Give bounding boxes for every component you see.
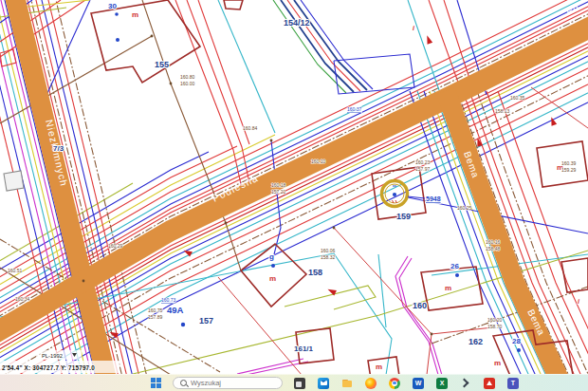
teams-button[interactable]: T — [506, 377, 520, 390]
elevation-label: 160.25 — [457, 205, 472, 211]
file-explorer-icon — [341, 378, 353, 389]
parcel-label: 159 — [396, 212, 411, 221]
search-input[interactable] — [191, 379, 266, 387]
parcel-label: 157 — [199, 316, 213, 326]
elevation-label: 160.34 — [15, 296, 30, 302]
elevation-label: 158.48 — [486, 246, 501, 251]
windows-logo-icon — [151, 378, 161, 388]
building-use-label: m — [445, 284, 451, 292]
map-viewport[interactable]: Niezłomnych Podleśna Bema Bema Po 155 15… — [0, 0, 588, 375]
address-label: 30 — [108, 2, 117, 10]
taskbar-search[interactable] — [173, 377, 283, 389]
parcel-label: 7/3 — [53, 144, 64, 153]
word-icon: W — [413, 378, 424, 389]
acrobat-button[interactable] — [483, 377, 496, 390]
task-view-icon — [294, 378, 305, 389]
building-top-center — [224, 0, 243, 9]
building-use-label: i — [413, 25, 415, 31]
cadastral-map-svg: Niezłomnych Podleśna Bema Bema Po 155 15… — [0, 0, 588, 375]
file-explorer-button[interactable] — [340, 377, 354, 390]
elevation-label: 160.75 — [148, 307, 163, 313]
screen: Niezłomnych Podleśna Bema Bema Po 155 15… — [0, 0, 588, 391]
elevation-label: 157.89 — [148, 314, 163, 320]
address-label: 26 — [450, 262, 459, 270]
parcel-label: 158 — [308, 268, 322, 277]
feature-point — [393, 193, 396, 196]
elevation-label: 160.73 — [161, 297, 176, 303]
word-button[interactable]: W — [412, 377, 425, 390]
elevation-label: 160.37 — [347, 106, 362, 112]
elevation-label: 160.29 — [108, 243, 123, 249]
acrobat-icon — [484, 378, 495, 389]
taskbar: W X T — [0, 374, 588, 391]
building-use-label: m — [376, 363, 382, 371]
elevation-label: 160.80 — [180, 74, 195, 80]
crs-label: PL-1992 — [42, 353, 63, 359]
elevation-label: 158.13 — [495, 108, 510, 114]
elevation-label: 160.39 — [561, 160, 577, 166]
elevation-label: 160.16 — [486, 239, 501, 245]
parcel-label: 161/1 — [294, 344, 314, 353]
parcel-label: 160 — [413, 301, 427, 310]
elevation-label: 160.20 — [487, 317, 503, 323]
coordinate-readout: 2'54.4" X: 304727.7 Y: 715797.0 — [2, 364, 95, 371]
building-gray-shed — [4, 171, 24, 191]
address-label: 28 — [512, 337, 521, 345]
address-label: g — [269, 252, 274, 261]
start-button[interactable] — [149, 377, 162, 390]
building-right-2 — [561, 258, 588, 292]
elevation-label: 160.18 — [271, 182, 286, 188]
firefox-button[interactable] — [364, 377, 377, 390]
building-30 — [91, 0, 200, 83]
address-label: 49A — [167, 305, 184, 315]
arrow-app-icon — [460, 378, 471, 389]
excel-icon: X — [436, 378, 448, 389]
elevation-label: 160.06 — [321, 248, 336, 253]
elevation-label: 159.29 — [561, 167, 577, 173]
taskbar-center-group: W X T — [149, 375, 520, 391]
building-use-label: m — [132, 10, 138, 19]
elevation-label: 160.10 — [311, 158, 326, 164]
chrome-icon — [389, 378, 400, 389]
building-bottom-m — [368, 357, 399, 375]
point-id-label: 5948 — [426, 196, 441, 202]
teams-icon: T — [507, 378, 519, 389]
search-icon — [180, 380, 187, 386]
outlook-icon — [318, 378, 329, 389]
building-use-label: m — [269, 274, 276, 283]
excel-button[interactable]: X — [435, 377, 449, 390]
outlook-button[interactable] — [317, 377, 330, 390]
arrow-app-button[interactable] — [459, 377, 472, 390]
elevation-label: 160.00 — [180, 81, 195, 86]
elevation-label: 160.23 — [415, 159, 431, 165]
parcel-label: 162 — [469, 337, 483, 346]
task-view-button[interactable] — [293, 377, 306, 390]
building-use-label: m — [494, 359, 501, 367]
elevation-label: 157.21 — [271, 189, 286, 195]
firefox-icon — [365, 378, 377, 389]
chrome-button[interactable] — [388, 377, 401, 390]
elevation-label: 160.84 — [243, 125, 258, 131]
elevation-label: 158.70 — [487, 324, 503, 329]
elevation-label: 158.32 — [321, 254, 336, 260]
elevation-label: 160.35 — [510, 95, 525, 101]
building-use-label: i — [578, 298, 580, 305]
parcel-label: 155 — [155, 60, 169, 69]
elevation-label: 160.51 — [8, 268, 23, 273]
building-160 — [421, 267, 483, 310]
elevation-label: 157.97 — [415, 166, 431, 172]
parcel-label: 154/12 — [284, 18, 310, 28]
